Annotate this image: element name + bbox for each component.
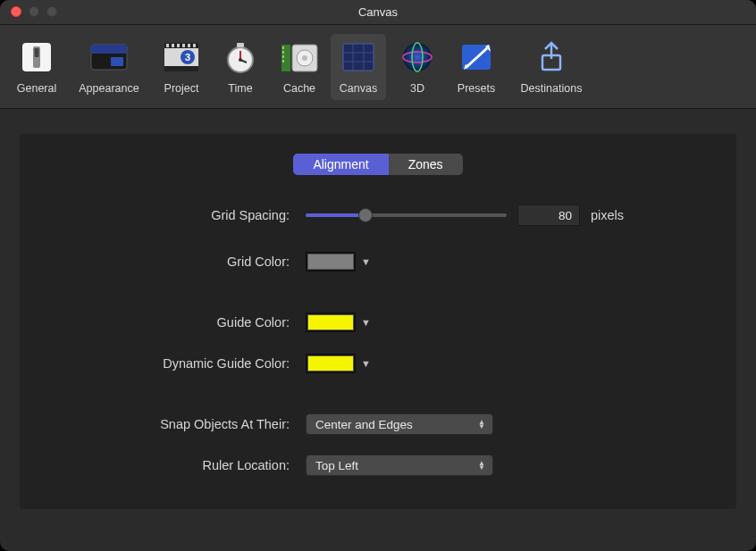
toolbar-tab-3d[interactable]: 3D bbox=[390, 34, 445, 100]
titlebar: Canvas bbox=[0, 0, 756, 25]
chevron-down-icon[interactable]: ▼ bbox=[361, 256, 371, 267]
svg-rect-26 bbox=[282, 60, 284, 63]
toolbar-label: Canvas bbox=[340, 82, 377, 95]
grid-color-well[interactable] bbox=[306, 252, 356, 271]
project-icon: 3 bbox=[162, 38, 201, 77]
svg-rect-24 bbox=[282, 51, 284, 54]
canvas-settings-panel: Alignment Zones Grid Spacing: pixels bbox=[20, 134, 736, 509]
destinations-icon bbox=[532, 38, 571, 77]
window-minimize-button[interactable] bbox=[29, 6, 39, 17]
svg-rect-25 bbox=[282, 55, 284, 58]
preferences-toolbar: General Appearance 3 Project Time Cache bbox=[0, 25, 756, 109]
snap-objects-popup[interactable]: Center and Edges ▲▼ bbox=[306, 413, 493, 435]
dynamic-guide-color-label: Dynamic Guide Color: bbox=[46, 356, 306, 371]
svg-point-35 bbox=[403, 43, 432, 71]
toolbar-tab-canvas[interactable]: Canvas bbox=[331, 34, 386, 100]
toolbar-tab-cache[interactable]: Cache bbox=[272, 34, 327, 100]
svg-rect-11 bbox=[177, 44, 180, 47]
grid-color-label: Grid Color: bbox=[46, 255, 306, 269]
svg-rect-14 bbox=[193, 44, 196, 47]
svg-rect-13 bbox=[188, 44, 190, 47]
window-title: Canvas bbox=[0, 5, 756, 19]
3d-icon bbox=[398, 38, 437, 77]
window-zoom-button[interactable] bbox=[46, 6, 57, 17]
grid-spacing-label: Grid Spacing: bbox=[46, 208, 306, 222]
toolbar-label: Project bbox=[164, 82, 199, 95]
ruler-location-popup[interactable]: Top Left ▲▼ bbox=[306, 455, 493, 476]
toolbar-tab-appearance[interactable]: Appearance bbox=[68, 34, 150, 100]
svg-rect-8 bbox=[164, 66, 198, 71]
general-icon bbox=[17, 38, 56, 77]
toolbar-label: Destinations bbox=[521, 82, 583, 95]
dynamic-guide-color-well[interactable] bbox=[306, 354, 356, 373]
svg-point-21 bbox=[239, 58, 242, 62]
toolbar-label: Cache bbox=[283, 82, 315, 95]
segment-alignment[interactable]: Alignment bbox=[293, 154, 388, 175]
grid-spacing-unit: pixels bbox=[591, 208, 624, 222]
svg-rect-9 bbox=[166, 44, 169, 47]
alignment-zones-segmented: Alignment Zones bbox=[293, 154, 462, 175]
svg-rect-23 bbox=[282, 46, 284, 49]
toolbar-tab-time[interactable]: Time bbox=[213, 34, 268, 100]
canvas-icon bbox=[339, 38, 378, 77]
svg-rect-10 bbox=[172, 44, 174, 47]
toolbar-label: Presets bbox=[458, 82, 495, 95]
grid-spacing-slider[interactable] bbox=[306, 207, 507, 223]
guide-color-label: Guide Color: bbox=[46, 315, 306, 330]
snap-objects-value: Center and Edges bbox=[315, 418, 413, 431]
svg-text:3: 3 bbox=[185, 52, 190, 63]
presets-icon bbox=[457, 38, 496, 77]
ruler-location-label: Ruler Location: bbox=[46, 458, 306, 472]
svg-rect-18 bbox=[237, 43, 244, 47]
svg-rect-30 bbox=[343, 44, 374, 71]
chevron-down-icon[interactable]: ▼ bbox=[361, 358, 371, 369]
guide-color-well[interactable] bbox=[306, 313, 356, 332]
toolbar-tab-project[interactable]: 3 Project bbox=[154, 34, 209, 100]
chevron-down-icon[interactable]: ▼ bbox=[361, 317, 371, 328]
toolbar-label: General bbox=[17, 82, 56, 95]
svg-point-29 bbox=[302, 55, 307, 61]
time-icon bbox=[221, 38, 260, 77]
grid-spacing-field[interactable] bbox=[517, 205, 580, 226]
appearance-icon bbox=[89, 38, 129, 77]
svg-rect-4 bbox=[91, 45, 127, 54]
toolbar-tab-presets[interactable]: Presets bbox=[449, 34, 504, 100]
snap-objects-label: Snap Objects At Their: bbox=[46, 417, 306, 431]
window-close-button[interactable] bbox=[11, 6, 21, 17]
toolbar-tab-general[interactable]: General bbox=[9, 34, 64, 100]
svg-rect-5 bbox=[111, 57, 123, 66]
stepper-arrows-icon: ▲▼ bbox=[478, 461, 485, 470]
svg-rect-2 bbox=[35, 48, 39, 57]
toolbar-label: Time bbox=[228, 82, 252, 95]
toolbar-label: Appearance bbox=[79, 82, 139, 95]
toolbar-label: 3D bbox=[410, 82, 424, 95]
cache-icon bbox=[280, 38, 319, 77]
ruler-location-value: Top Left bbox=[315, 459, 358, 472]
stepper-arrows-icon: ▲▼ bbox=[478, 420, 485, 429]
segment-zones[interactable]: Zones bbox=[389, 154, 463, 175]
toolbar-tab-destinations[interactable]: Destinations bbox=[508, 34, 595, 100]
svg-rect-12 bbox=[182, 44, 185, 47]
